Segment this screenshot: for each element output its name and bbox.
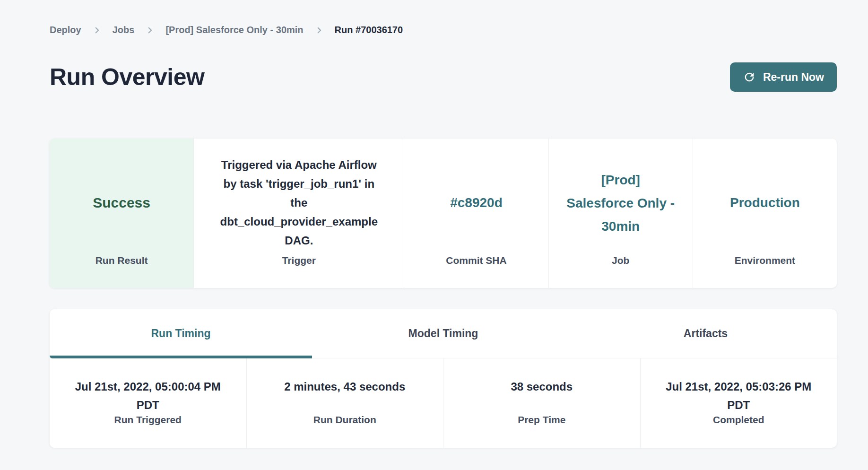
- run-result-label: Run Result: [50, 255, 193, 288]
- run-timing-row: Jul 21st, 2022, 05:00:04 PM PDT Run Trig…: [50, 358, 837, 448]
- breadcrumb-item-job-name[interactable]: [Prod] Salesforce Only - 30min: [165, 25, 303, 35]
- tab-model-timing[interactable]: Model Timing: [312, 309, 574, 358]
- job-label: Job: [549, 255, 693, 288]
- run-duration-card: 2 minutes, 43 seconds Run Duration: [246, 358, 443, 448]
- tab-artifacts[interactable]: Artifacts: [574, 309, 837, 358]
- chevron-right-icon: [315, 26, 323, 35]
- environment-card: Production Environment: [693, 139, 837, 288]
- tab-artifacts-label: Artifacts: [684, 327, 728, 340]
- rerun-now-button[interactable]: Re-run Now: [730, 62, 837, 92]
- run-result-card: Success Run Result: [50, 139, 193, 288]
- prep-time-label: Prep Time: [518, 414, 565, 426]
- prep-time-value: 38 seconds: [511, 377, 573, 414]
- tab-model-timing-label: Model Timing: [408, 327, 478, 340]
- run-duration-value: 2 minutes, 43 seconds: [284, 377, 405, 414]
- completed-card: Jul 21st, 2022, 05:03:26 PM PDT Complete…: [640, 358, 837, 448]
- run-duration-label: Run Duration: [313, 414, 376, 426]
- breadcrumb-item-jobs[interactable]: Jobs: [113, 25, 135, 35]
- run-overview-page: Deploy Jobs [Prod] Salesforce Only - 30m…: [0, 0, 868, 470]
- run-result-value: Success: [93, 192, 150, 213]
- job-link[interactable]: [Prod] Salesforce Only - 30min: [566, 168, 675, 238]
- commit-sha-link[interactable]: #c8920d: [450, 192, 503, 213]
- breadcrumb: Deploy Jobs [Prod] Salesforce Only - 30m…: [50, 0, 837, 35]
- completed-value: Jul 21st, 2022, 05:03:26 PM PDT: [660, 377, 818, 414]
- refresh-icon: [743, 70, 756, 84]
- tab-run-timing-label: Run Timing: [151, 327, 210, 340]
- prep-time-card: 38 seconds Prep Time: [443, 358, 640, 448]
- breadcrumb-item-run-number: Run #70036170: [335, 25, 403, 35]
- completed-label: Completed: [713, 414, 764, 426]
- chevron-right-icon: [93, 26, 101, 35]
- commit-sha-label: Commit SHA: [404, 255, 548, 288]
- tab-bar: Run Timing Model Timing Artifacts: [50, 309, 837, 358]
- environment-link[interactable]: Production: [730, 192, 800, 213]
- breadcrumb-item-deploy[interactable]: Deploy: [50, 25, 81, 35]
- trigger-label: Trigger: [194, 255, 404, 288]
- chevron-right-icon: [146, 26, 154, 35]
- trigger-card: Triggered via Apache Airflow by task 'tr…: [193, 139, 404, 288]
- page-title: Run Overview: [50, 63, 204, 91]
- tab-run-timing[interactable]: Run Timing: [50, 309, 312, 358]
- rerun-now-label: Re-run Now: [763, 71, 824, 84]
- run-triggered-value: Jul 21st, 2022, 05:00:04 PM PDT: [69, 377, 227, 414]
- run-triggered-label: Run Triggered: [114, 414, 182, 426]
- page-header: Run Overview Re-run Now: [50, 62, 837, 92]
- run-summary-row: Success Run Result Triggered via Apache …: [50, 139, 837, 288]
- environment-label: Environment: [693, 255, 837, 288]
- job-card: [Prod] Salesforce Only - 30min Job: [548, 139, 693, 288]
- run-detail-panel: Run Timing Model Timing Artifacts Jul 21…: [50, 309, 837, 448]
- run-triggered-card: Jul 21st, 2022, 05:00:04 PM PDT Run Trig…: [50, 358, 246, 448]
- commit-sha-card: #c8920d Commit SHA: [404, 139, 548, 288]
- trigger-value: Triggered via Apache Airflow by task 'tr…: [216, 156, 382, 250]
